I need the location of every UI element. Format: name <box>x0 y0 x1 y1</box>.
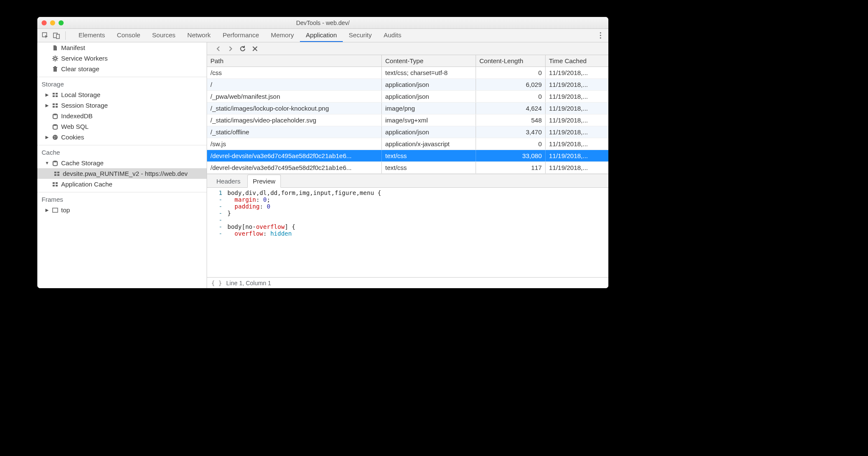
table-row[interactable]: /devrel-devsite/va3e6d7c495ae58d2f0c21ab… <box>207 150 608 162</box>
sidebar-item-application-cache[interactable]: ▶ Application Cache <box>37 179 207 189</box>
svg-rect-13 <box>53 67 57 68</box>
sidebar-item-service-workers[interactable]: ▸ Service Workers <box>37 53 207 64</box>
sidebar-item-manifest[interactable]: ▸ Manifest <box>37 42 207 53</box>
table-row[interactable]: /_static/offlineapplication/json3,47011/… <box>207 126 608 138</box>
cell-time: 11/19/2018,... <box>546 67 608 78</box>
tab-memory[interactable]: Memory <box>265 29 300 42</box>
table-row[interactable]: /application/json6,02911/19/2018,... <box>207 79 608 91</box>
cell-path: /_pwa/web/manifest.json <box>207 91 382 102</box>
cell-path: /css <box>207 67 382 78</box>
detail-tab-headers[interactable]: Headers <box>211 175 246 187</box>
col-time-cached[interactable]: Time Cached <box>546 55 608 67</box>
table-row[interactable]: /_static/images/lockup-color-knockout.pn… <box>207 103 608 114</box>
sidebar-item-local-storage[interactable]: ▶ Local Storage <box>37 89 207 100</box>
cell-time: 11/19/2018,... <box>546 150 608 161</box>
cell-clen: 33,080 <box>476 150 546 161</box>
status-bar: { } Line 1, Column 1 <box>207 277 608 288</box>
svg-rect-30 <box>54 172 56 173</box>
tab-network[interactable]: Network <box>182 29 217 42</box>
tab-security[interactable]: Security <box>343 29 378 42</box>
braces-icon[interactable]: { } <box>211 280 222 286</box>
cell-ctype: image/svg+xml <box>382 114 476 126</box>
tab-application[interactable]: Application <box>300 29 343 42</box>
sidebar-label: Manifest <box>61 44 85 51</box>
cell-ctype: application/json <box>382 79 476 90</box>
cell-ctype: text/css <box>382 162 476 173</box>
toolbar-divider <box>65 31 66 40</box>
sidebar-label: Cache Storage <box>61 159 104 167</box>
devtools-toolbar: Elements Console Sources Network Perform… <box>37 29 608 42</box>
svg-point-28 <box>54 138 55 139</box>
cell-time: 11/19/2018,... <box>546 126 608 138</box>
code-content: body,div,dl,dd,form,img,input,figure,men… <box>225 188 608 277</box>
cell-clen: 548 <box>476 114 546 126</box>
svg-point-26 <box>54 136 55 137</box>
table-row[interactable]: /_static/images/video-placeholder.svgima… <box>207 114 608 126</box>
svg-rect-2 <box>56 34 59 39</box>
code-preview[interactable]: 1 - - - - - - body,div,dl,dd,form,img,in… <box>207 188 608 277</box>
cell-ctype: application/json <box>382 126 476 138</box>
col-content-type[interactable]: Content-Type <box>382 55 476 67</box>
table-row[interactable]: /_pwa/web/manifest.jsonapplication/json0… <box>207 91 608 103</box>
cell-time: 11/19/2018,... <box>546 162 608 173</box>
col-content-length[interactable]: Content-Length <box>476 55 546 67</box>
cell-clen: 0 <box>476 138 546 150</box>
more-options-icon[interactable] <box>596 32 605 39</box>
sidebar-label: Session Storage <box>61 102 108 109</box>
sidebar-label: Service Workers <box>61 55 108 62</box>
svg-rect-32 <box>54 174 56 176</box>
sidebar-label: Clear storage <box>61 65 99 72</box>
detail-tab-preview[interactable]: Preview <box>247 175 281 188</box>
device-mode-icon[interactable] <box>52 31 61 40</box>
grid-icon <box>52 181 59 188</box>
sidebar-label: IndexedDB <box>61 112 92 120</box>
database-icon <box>52 113 59 120</box>
sidebar-item-cache-entry[interactable]: devsite.pwa_RUNTIME_v2 - https://web.dev <box>37 168 207 179</box>
tab-sources[interactable]: Sources <box>146 29 182 42</box>
svg-rect-31 <box>57 172 59 173</box>
col-path[interactable]: Path <box>207 55 382 67</box>
svg-rect-18 <box>56 95 58 97</box>
prev-icon[interactable] <box>216 46 221 52</box>
cell-path: /_static/images/lockup-color-knockout.pn… <box>207 103 382 114</box>
svg-point-3 <box>54 57 56 60</box>
sidebar-item-clear-storage[interactable]: ▸ Clear storage <box>37 64 207 74</box>
window-title: DevTools - web.dev/ <box>37 19 608 26</box>
sidebar-item-indexeddb[interactable]: ▶ IndexedDB <box>37 111 207 121</box>
cell-time: 11/19/2018,... <box>546 138 608 150</box>
svg-line-10 <box>53 60 54 61</box>
code-gutter: 1 - - - - - - <box>207 188 225 277</box>
cache-controls <box>207 42 608 55</box>
sidebar-item-session-storage[interactable]: ▶ Session Storage <box>37 100 207 111</box>
cell-path: /sw.js <box>207 138 382 150</box>
sidebar-header-storage: Storage <box>37 77 207 89</box>
close-window-button[interactable] <box>42 20 47 25</box>
sidebar-item-top-frame[interactable]: ▶ top <box>37 205 207 215</box>
minimize-window-button[interactable] <box>50 20 55 25</box>
inspect-element-icon[interactable] <box>41 31 50 40</box>
zoom-window-button[interactable] <box>59 20 64 25</box>
table-row[interactable]: /devrel-devsite/va3e6d7c495ae58d2f0c21ab… <box>207 162 608 174</box>
delete-icon[interactable] <box>252 46 258 52</box>
cell-ctype: image/png <box>382 103 476 114</box>
next-icon[interactable] <box>227 46 233 52</box>
sidebar-item-cookies[interactable]: ▶ Cookies <box>37 132 207 142</box>
sidebar-item-websql[interactable]: ▶ Web SQL <box>37 121 207 132</box>
tab-audits[interactable]: Audits <box>378 29 407 42</box>
tab-elements[interactable]: Elements <box>73 29 111 42</box>
table-row[interactable]: /sw.jsapplication/x-javascript011/19/201… <box>207 138 608 150</box>
sidebar-label: devsite.pwa_RUNTIME_v2 - https://web.dev <box>63 170 188 177</box>
refresh-icon[interactable] <box>239 45 246 52</box>
sidebar-label: Application Cache <box>61 181 112 188</box>
application-sidebar: ▸ Manifest ▸ Service Workers ▸ Clear sto… <box>37 42 207 288</box>
svg-rect-16 <box>56 93 58 95</box>
sidebar-item-cache-storage[interactable]: ▼ Cache Storage <box>37 158 207 168</box>
cell-ctype: application/json <box>382 91 476 102</box>
sidebar-header-frames: Frames <box>37 192 207 205</box>
tab-console[interactable]: Console <box>111 29 146 42</box>
file-icon <box>52 44 59 51</box>
table-row[interactable]: /csstext/css; charset=utf-8011/19/2018,.… <box>207 67 608 79</box>
cell-clen: 0 <box>476 91 546 102</box>
svg-line-11 <box>56 56 57 57</box>
tab-performance[interactable]: Performance <box>217 29 265 42</box>
